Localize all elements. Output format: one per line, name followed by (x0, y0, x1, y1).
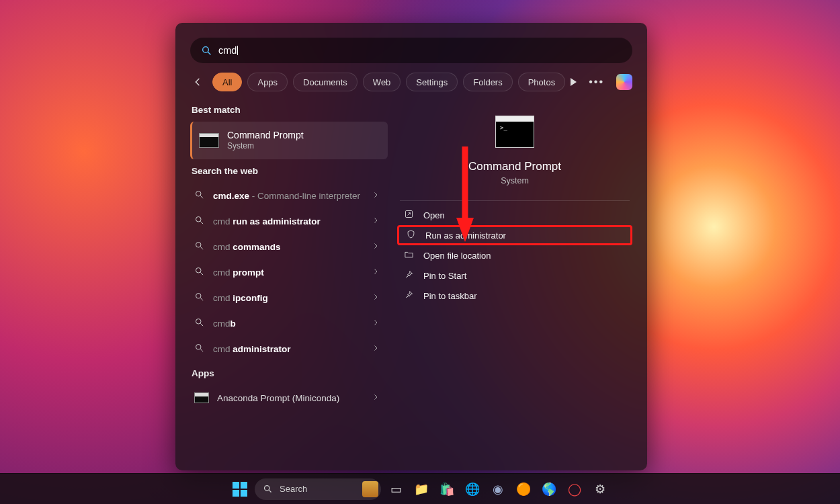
web-result-label: cmd commands (213, 242, 364, 252)
web-result-label: cmd run as administrator (213, 216, 364, 226)
action-label: Pin to taskbar (423, 291, 477, 301)
search-input[interactable]: cmd (190, 38, 632, 63)
action-label: Open file location (423, 251, 491, 261)
divider (400, 200, 630, 201)
back-button[interactable] (190, 73, 204, 91)
svg-line-20 (269, 490, 271, 492)
best-match-title: Command Prompt (227, 130, 304, 141)
web-result-row[interactable]: cmd commands (190, 234, 388, 259)
play-icon[interactable] (571, 78, 577, 86)
detail-subtitle: System (501, 176, 529, 185)
desktop-wallpaper: cmd All Apps Documents Web Settings Fold… (0, 0, 840, 504)
action-pinstart[interactable]: Pin to Start (397, 265, 632, 286)
chevron-right-icon (372, 317, 381, 329)
action-label: Open (423, 210, 445, 220)
search-icon (194, 292, 205, 304)
open-icon (404, 209, 414, 221)
action-open[interactable]: Open (397, 205, 632, 225)
action-openloc[interactable]: Open file location (397, 245, 632, 265)
svg-point-6 (196, 242, 202, 247)
web-result-row[interactable]: cmd run as administrator (190, 208, 388, 234)
chevron-right-icon (372, 392, 381, 404)
opera-icon[interactable]: ◯ (564, 478, 585, 500)
action-pintaskbar[interactable]: Pin to taskbar (397, 286, 632, 306)
svg-point-10 (196, 293, 202, 298)
filter-tab-settings[interactable]: Settings (406, 73, 458, 91)
best-match-subtitle: System (227, 141, 304, 152)
chevron-right-icon (372, 215, 381, 227)
edge-icon[interactable]: 🌐 (462, 478, 483, 500)
start-button[interactable] (229, 478, 251, 500)
result-detail-pane: Command Prompt System OpenRun as adminis… (392, 98, 647, 470)
shield-icon (406, 229, 416, 241)
chrome-icon[interactable]: 🟠 (513, 478, 534, 500)
search-icon (201, 45, 212, 56)
search-icon (194, 343, 205, 355)
svg-point-19 (265, 486, 270, 491)
web-result-row[interactable]: cmd ipconfig (190, 285, 388, 310)
web-result-label: cmdb (213, 319, 364, 329)
svg-point-4 (196, 216, 202, 222)
settings-icon[interactable]: ⚙ (589, 478, 611, 500)
action-label: Pin to Start (423, 271, 466, 281)
section-header-best-match: Best match (192, 105, 392, 115)
svg-line-13 (200, 323, 203, 326)
search-query-text: cmd (218, 46, 238, 56)
search-icon (194, 215, 205, 228)
taskbar-search[interactable]: Search (255, 478, 381, 500)
copilot-icon[interactable] (616, 74, 632, 90)
chevron-right-icon (372, 266, 381, 278)
pin-icon (404, 269, 414, 282)
taskbar: Search ▭ 📁 🛍️ 🌐 ◉ 🟠 🌎 ◯ ⚙ (0, 473, 840, 504)
filter-tab-apps[interactable]: Apps (247, 73, 288, 91)
filter-tab-photos[interactable]: Photos (518, 73, 565, 91)
search-icon (194, 241, 205, 253)
terminal-icon (194, 392, 209, 403)
svg-point-8 (196, 267, 202, 273)
svg-line-3 (200, 196, 203, 198)
section-header-web: Search the web (192, 166, 392, 176)
svg-line-7 (200, 247, 203, 249)
chevron-right-icon (372, 292, 381, 304)
filter-tab-all[interactable]: All (212, 73, 242, 91)
search-icon (194, 317, 205, 330)
svg-line-11 (200, 298, 203, 300)
pin-icon (404, 290, 414, 302)
web-result-row[interactable]: cmdb (190, 310, 388, 336)
detail-title: Command Prompt (468, 160, 561, 173)
browser-icon[interactable]: 🌎 (538, 478, 560, 500)
chevron-right-icon (372, 343, 381, 355)
web-result-label: cmd.exe - Command-line interpreter (213, 191, 364, 201)
file-explorer-icon[interactable]: 📁 (411, 478, 432, 500)
search-icon (263, 484, 273, 494)
start-search-panel: cmd All Apps Documents Web Settings Fold… (175, 23, 647, 470)
web-result-label: cmd ipconfig (213, 293, 364, 303)
command-prompt-icon (199, 133, 219, 148)
app-result-row[interactable]: Anaconda Prompt (Miniconda) (190, 385, 388, 411)
svg-line-15 (200, 349, 203, 351)
web-result-row[interactable]: cmd.exe - Command-line interpreter (190, 183, 388, 208)
store-icon[interactable]: 🛍️ (436, 478, 458, 500)
task-view-icon[interactable]: ▭ (385, 478, 407, 500)
more-options-button[interactable]: ••• (589, 76, 604, 88)
taskbar-search-placeholder: Search (280, 484, 307, 494)
search-icon (194, 266, 205, 279)
folder-icon (404, 249, 414, 261)
detail-app-icon (495, 116, 534, 148)
web-result-row[interactable]: cmd administrator (190, 336, 388, 362)
web-result-row[interactable]: cmd prompt (190, 259, 388, 285)
filter-tabs-row: All Apps Documents Web Settings Folders … (175, 63, 647, 98)
filter-tab-web[interactable]: Web (363, 73, 401, 91)
web-result-label: cmd administrator (213, 344, 364, 354)
action-label: Run as administrator (425, 230, 506, 241)
best-match-result[interactable]: Command Prompt System (190, 122, 388, 159)
filter-tab-documents[interactable]: Documents (293, 73, 358, 91)
section-header-apps: Apps (192, 368, 392, 378)
filter-tab-folders[interactable]: Folders (463, 73, 512, 91)
steam-icon[interactable]: ◉ (487, 478, 509, 500)
svg-point-12 (196, 319, 202, 324)
svg-line-9 (200, 272, 203, 275)
chevron-right-icon (372, 241, 381, 253)
action-runas[interactable]: Run as administrator (397, 225, 632, 245)
svg-line-5 (200, 221, 203, 224)
